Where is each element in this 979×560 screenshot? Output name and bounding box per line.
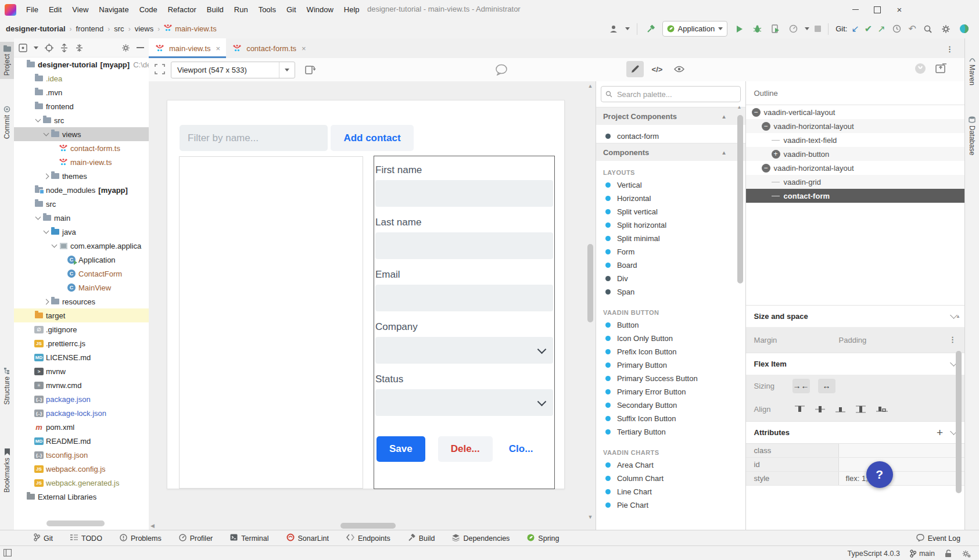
code-mode-icon[interactable]: </> (648, 61, 666, 77)
breadcrumb-item-frontend[interactable]: frontend (76, 24, 104, 33)
viewport-select[interactable]: Viewport (547 x 533) (171, 62, 295, 78)
chevron-down-icon[interactable] (42, 231, 50, 233)
menu-item-refactor[interactable]: Refactor (163, 3, 202, 16)
chevron-right-icon[interactable] (42, 300, 50, 304)
filter-by-name-field[interactable]: Filter by name... (180, 125, 328, 151)
tree-row-application[interactable]: C Application (14, 253, 149, 267)
toolwindow-button-endpoints[interactable]: Endpoints (346, 534, 390, 543)
locate-icon[interactable] (45, 44, 53, 52)
sizing-grow-button[interactable]: ↔ (818, 379, 835, 393)
toolwindow-button-sonarlint[interactable]: SonarLint (286, 533, 329, 543)
hidden-tabs-icon[interactable]: ⋮ (946, 45, 954, 53)
canvas-vscrollbar[interactable]: ▲ ▼ (586, 81, 594, 530)
history-clock-icon[interactable] (891, 23, 903, 35)
palette-item-line-chart[interactable]: Line Chart (596, 485, 745, 498)
size-and-space-header[interactable]: Size and space (746, 305, 964, 327)
palette-item-icon-only-button[interactable]: Icon Only Button (596, 332, 745, 345)
sidebar-stripe-commit[interactable]: Commit (0, 102, 14, 142)
align-baseline-box-icon[interactable] (876, 405, 888, 414)
palette-item-tertiary-button[interactable]: Tertiary Button (596, 425, 745, 439)
feedback-bubble-icon[interactable] (495, 64, 508, 77)
indexing-gear-icon[interactable] (962, 550, 971, 558)
field-input[interactable] (375, 180, 553, 207)
palette-item-primary-error-button[interactable]: Primary Error Button (596, 385, 745, 399)
toolwindow-button-profiler[interactable]: Profiler (179, 534, 213, 543)
tree-row-contact-form-ts[interactable]: contact-form.ts (14, 141, 149, 155)
close-tab-icon[interactable]: × (216, 44, 221, 53)
field-input[interactable] (375, 285, 553, 311)
close-button[interactable]: × (888, 0, 910, 19)
palette-item-div[interactable]: Div (596, 272, 745, 285)
properties-scroll-thumb[interactable] (956, 351, 962, 493)
menu-item-build[interactable]: Build (202, 3, 229, 16)
settings-gear-icon[interactable] (939, 23, 952, 35)
git-commit-icon[interactable]: ✔ (865, 24, 872, 34)
palette-item-horizontal[interactable]: Horizontal (596, 192, 745, 205)
tab-contact-form-ts[interactable]: contact-form.ts × (226, 38, 312, 58)
field-select[interactable] (375, 389, 553, 416)
canvas-hscrollbar[interactable]: ◀ (149, 522, 596, 530)
toolwindow-button-spring[interactable]: Spring (527, 534, 559, 543)
rotate-viewport-icon[interactable] (304, 63, 316, 77)
design-canvas[interactable]: Filter by name... Add contact Status Com… (149, 81, 596, 530)
outline-node-vaadin-vertical-layout-0[interactable]: − vaadin-vertical-layout (746, 105, 964, 119)
tree-row-main[interactable]: main (14, 211, 149, 225)
tree-row-webpack-generated-js[interactable]: JS webpack.generated.js (14, 476, 149, 490)
attributes-header[interactable]: Attributes + (746, 421, 964, 443)
chevron-down-icon[interactable] (42, 133, 50, 135)
edit-mode-pencil-icon[interactable] (626, 61, 644, 77)
palette-search-input[interactable] (616, 89, 736, 99)
menu-item-help[interactable]: Help (339, 3, 365, 16)
outline-node-contact-form-6[interactable]: contact-form (746, 189, 964, 203)
tree-row-gitignore[interactable]: ∅ .gitignore (14, 322, 149, 336)
palette-item-pie-chart[interactable]: Pie Chart (596, 498, 745, 512)
profiler-dropdown-icon[interactable] (805, 27, 809, 30)
palette-item-vertical[interactable]: Vertical (596, 178, 745, 192)
tree-row-designer-tutorial[interactable]: designer-tutorial [myapp] C:\dev\ (14, 58, 149, 71)
tree-row-mvnw-cmd[interactable]: ≡ mvnw.cmd (14, 378, 149, 392)
toolwindow-button-problems[interactable]: Problems (120, 534, 162, 543)
scroll-up-icon[interactable]: ▲ (956, 314, 960, 319)
flex-item-header[interactable]: Flex Item (746, 353, 964, 375)
canvas-vscroll-thumb[interactable] (587, 244, 593, 322)
tree-row-webpack-config-js[interactable]: JS webpack.config.js (14, 462, 149, 476)
git-update-icon[interactable]: ↙ (851, 24, 859, 34)
chevron-down-icon[interactable] (34, 119, 42, 121)
palette-item-button[interactable]: Button (596, 318, 745, 332)
palette-item-form[interactable]: Form (596, 245, 745, 259)
chevron-down-icon[interactable] (537, 397, 547, 407)
scroll-up-icon[interactable]: ▲ (586, 83, 594, 89)
chevron-right-icon[interactable] (42, 174, 50, 178)
collapse-node-icon[interactable]: − (762, 164, 770, 173)
menu-item-navigate[interactable]: Navigate (94, 3, 134, 16)
project-tree-hscrollbar[interactable] (46, 520, 105, 526)
chevron-down-icon[interactable] (537, 345, 547, 354)
git-push-icon[interactable]: ↗ (877, 24, 885, 34)
outline-node-vaadin-button-3[interactable]: + vaadin-button (746, 147, 964, 161)
search-everywhere-icon[interactable] (921, 23, 934, 35)
vaadin-grid-component[interactable] (179, 156, 363, 489)
collapse-icon[interactable]: ▴ (723, 149, 726, 156)
tree-row-idea[interactable]: .idea (14, 71, 149, 85)
palette-item-secondary-button[interactable]: Secondary Button (596, 399, 745, 412)
tab-main-view-ts[interactable]: main-view.ts × (149, 38, 226, 58)
tree-row-src[interactable]: src (14, 197, 149, 211)
tree-row-com-example-applica[interactable]: com.example.applica (14, 239, 149, 253)
tree-row-java[interactable]: java (14, 225, 149, 239)
rollback-icon[interactable]: ↶ (909, 24, 916, 34)
toolwindow-button-git[interactable]: Git (34, 533, 53, 543)
unlock-icon[interactable] (945, 550, 952, 558)
collapse-all-icon[interactable] (75, 44, 84, 52)
attribute-row-class[interactable]: class (746, 444, 964, 458)
menu-item-run[interactable]: Run (229, 3, 253, 16)
tree-row-themes[interactable]: themes (14, 169, 149, 183)
align-center-icon[interactable] (815, 405, 825, 414)
scroll-down-icon[interactable]: ▼ (586, 514, 594, 520)
toolwindow-button-dependencies[interactable]: Dependencies (452, 534, 510, 543)
palette-item-contact-form[interactable]: contact-form (596, 130, 745, 143)
typescript-version[interactable]: TypeScript 4.0.3 (848, 550, 900, 558)
add-attribute-icon[interactable]: + (937, 426, 943, 439)
preview-mode-eye-icon[interactable] (670, 61, 688, 77)
palette-item-prefix-icon-button[interactable]: Prefix Icon Button (596, 345, 745, 358)
profile-user-icon[interactable] (607, 23, 620, 35)
